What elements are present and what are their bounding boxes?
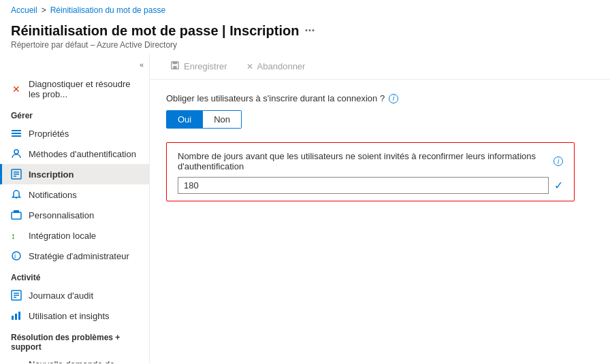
proprietes-label: Propriétés — [29, 129, 69, 139]
svg-rect-2 — [12, 135, 21, 137]
svg-rect-1 — [12, 133, 21, 134]
svg-rect-20 — [18, 312, 20, 320]
page-subtitle: Répertoire par défaut – Azure Active Dir… — [11, 40, 599, 50]
sidebar: « ✕ Diagnostiquer et résoudre les prob..… — [0, 54, 150, 363]
admin-icon: i — [11, 250, 22, 261]
toggle-oui-button[interactable]: Oui — [166, 110, 203, 129]
days-info-icon[interactable]: i — [553, 156, 563, 166]
sidebar-item-support[interactable]: Nouvelle demande de support — [0, 354, 149, 363]
save-icon — [170, 61, 180, 72]
svg-rect-9 — [12, 212, 21, 219]
save-label: Enregistrer — [184, 61, 227, 71]
sidebar-item-methodes[interactable]: Méthodes d'authentification — [0, 144, 149, 164]
notif-icon — [11, 189, 22, 200]
auth-icon — [11, 148, 22, 159]
abandon-icon: ✕ — [246, 62, 253, 71]
breadcrumb-home[interactable]: Accueil — [11, 5, 37, 15]
tools-icon: ✕ — [11, 84, 22, 95]
audit-icon — [11, 290, 22, 301]
toggle-info-icon[interactable]: i — [389, 94, 398, 103]
sidebar-section-support: Résolution des problèmes + support — [0, 326, 149, 354]
sidebar-item-admin[interactable]: i Stratégie d'administrateur — [0, 246, 149, 266]
sidebar-item-integration[interactable]: ↕ Intégration locale — [0, 225, 149, 246]
toolbar: Enregistrer ✕ Abandonner — [150, 54, 610, 80]
inscription-icon — [11, 169, 22, 180]
page-title-more[interactable]: ··· — [304, 24, 315, 38]
svg-point-3 — [14, 150, 18, 154]
save-button[interactable]: Enregistrer — [166, 58, 231, 75]
breadcrumb: Accueil > Réinitialisation du mot de pas… — [0, 0, 610, 20]
sidebar-item-diagnostic[interactable]: ✕ Diagnostiquer et résoudre les prob... — [0, 74, 149, 104]
sidebar-item-inscription[interactable]: Inscription — [0, 164, 149, 184]
svg-text:i: i — [14, 252, 16, 260]
personnalisation-label: Personnalisation — [29, 210, 94, 220]
sidebar-item-proprietes[interactable]: Propriétés — [0, 123, 149, 144]
abandon-label: Abandonner — [257, 61, 306, 71]
svg-rect-24 — [173, 66, 176, 69]
breadcrumb-current: Réinitialisation du mot de passe — [50, 5, 165, 15]
audit-label: Journaux d'audit — [29, 291, 93, 301]
sidebar-item-notifications[interactable]: Notifications — [0, 184, 149, 205]
abandon-button[interactable]: ✕ Abandonner — [242, 59, 310, 74]
days-input[interactable] — [178, 177, 549, 194]
main-content: Enregistrer ✕ Abandonner Obliger les uti… — [150, 54, 610, 363]
perso-icon — [11, 210, 22, 220]
support-label: Nouvelle demande de support — [29, 359, 138, 363]
integration-icon: ↕ — [11, 230, 22, 241]
sidebar-item-audit[interactable]: Journaux d'audit — [0, 285, 149, 305]
page-title-text: Réinitialisation de mot de passe | Inscr… — [11, 23, 299, 39]
svg-rect-19 — [15, 314, 17, 320]
toggle-group: Oui Non — [166, 110, 594, 129]
breadcrumb-separator: > — [42, 5, 46, 15]
sidebar-collapse-button[interactable]: « — [0, 59, 149, 74]
sidebar-section-activite: Activité — [0, 266, 149, 285]
admin-label: Stratégie d'administrateur — [29, 251, 129, 261]
page-header: Réinitialisation de mot de passe | Inscr… — [0, 20, 610, 54]
toggle-question-text: Obliger les utilisateurs à s'inscrire du… — [166, 93, 385, 103]
days-label-text: Nombre de jours avant que les utilisateu… — [178, 151, 549, 171]
check-icon: ✓ — [554, 179, 563, 192]
notifications-label: Notifications — [29, 190, 77, 200]
props-icon — [11, 128, 22, 139]
svg-rect-10 — [14, 210, 19, 213]
insights-icon — [11, 310, 22, 321]
sidebar-diagnostic-label: Diagnostiquer et résoudre les prob... — [29, 79, 138, 99]
svg-rect-0 — [12, 130, 21, 131]
days-input-row: ✓ — [178, 177, 563, 194]
insights-label: Utilisation et insights — [29, 311, 110, 321]
sidebar-item-personnalisation[interactable]: Personnalisation — [0, 205, 149, 225]
days-label: Nombre de jours avant que les utilisateu… — [178, 151, 563, 171]
sidebar-item-insights[interactable]: Utilisation et insights — [0, 305, 149, 326]
svg-rect-25 — [173, 62, 178, 65]
integration-label: Intégration locale — [29, 231, 96, 241]
sidebar-section-gerer: Gérer — [0, 104, 149, 123]
content-area: Obliger les utilisateurs à s'inscrire du… — [150, 80, 610, 215]
inscription-label: Inscription — [29, 169, 74, 180]
svg-rect-18 — [12, 316, 14, 320]
svg-text:↕: ↕ — [11, 231, 16, 241]
toggle-question: Obliger les utilisateurs à s'inscrire du… — [166, 93, 594, 103]
toggle-non-button[interactable]: Non — [203, 110, 242, 129]
days-field-box: Nombre de jours avant que les utilisateu… — [166, 142, 575, 201]
methodes-label: Méthodes d'authentification — [29, 149, 136, 159]
svg-point-12 — [12, 252, 20, 260]
